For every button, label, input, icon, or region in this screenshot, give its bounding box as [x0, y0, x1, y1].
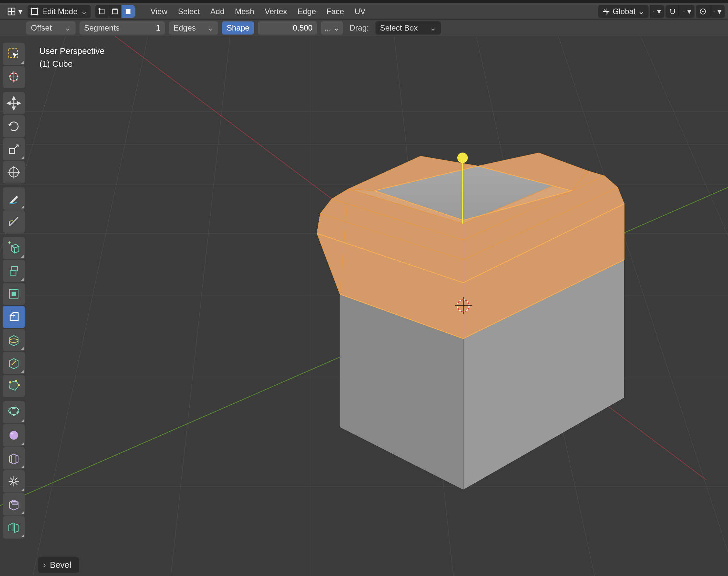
svg-line-33	[641, 36, 728, 576]
viewport-perspective-label: User Perspective	[39, 45, 104, 58]
segments-value: 1	[156, 23, 160, 33]
menu-mesh[interactable]: Mesh	[230, 5, 260, 18]
chevron-down-icon: ⌄	[55, 23, 71, 33]
3d-viewport[interactable]: User Perspective (1) Cube	[0, 36, 728, 576]
svg-point-89	[15, 380, 17, 382]
svg-marker-108	[14, 524, 19, 532]
falloff-icon	[714, 7, 715, 16]
tool-measure[interactable]	[3, 210, 25, 233]
tool-edge-slide[interactable]	[3, 447, 25, 469]
proportional-icon	[699, 7, 707, 16]
menu-uv[interactable]: UV	[349, 5, 370, 18]
chevron-down-icon: ⌄	[418, 23, 436, 33]
tool-rip-region[interactable]	[3, 516, 25, 539]
bevel-segments-field[interactable]: Segments 1	[80, 21, 165, 34]
transform-orientation-dropdown[interactable]: Global ⌄	[598, 5, 648, 18]
bevel-width-type-dropdown[interactable]: Offset ⌄	[26, 21, 75, 34]
svg-marker-68	[8, 124, 11, 126]
svg-marker-106	[11, 501, 18, 504]
tool-rotate[interactable]	[3, 115, 25, 138]
menu-view[interactable]: View	[145, 5, 173, 18]
proportional-falloff-dropdown[interactable]: ▾	[710, 5, 725, 18]
menu-face[interactable]: Face	[321, 5, 349, 18]
rotate-icon	[6, 119, 21, 134]
edge-select-mode[interactable]	[109, 5, 122, 18]
tool-poly-build[interactable]	[3, 375, 25, 397]
menu-edge[interactable]: Edge	[293, 5, 321, 18]
select-box-icon	[6, 47, 21, 61]
svg-point-14	[653, 11, 654, 12]
menu-vertex[interactable]: Vertex	[260, 5, 293, 18]
face-select-mode[interactable]	[122, 5, 135, 18]
tool-move[interactable]	[3, 92, 25, 114]
shape-label: Shape	[227, 23, 249, 33]
tool-spin[interactable]	[3, 401, 25, 424]
proportional-edit-toggle[interactable]	[696, 5, 710, 18]
snap-toggle[interactable]	[666, 5, 680, 18]
bevel-icon	[6, 310, 21, 324]
tool-cursor[interactable]	[3, 66, 25, 88]
svg-marker-74	[11, 246, 14, 253]
tool-select-box[interactable]	[3, 43, 25, 65]
tool-bevel[interactable]	[3, 306, 25, 328]
face-icon	[124, 7, 132, 16]
add-cube-icon	[6, 241, 21, 255]
tool-smooth[interactable]	[3, 424, 25, 447]
svg-rect-12	[126, 9, 130, 13]
mode-dropdown[interactable]: Edit Mode ⌄	[28, 5, 91, 18]
chevron-down-icon: ⌄	[197, 23, 214, 33]
tool-shear[interactable]	[3, 493, 25, 516]
edit-mode-icon	[30, 7, 39, 16]
smooth-icon	[6, 428, 21, 442]
chevron-down-icon: ▾	[657, 7, 661, 16]
svg-rect-3	[32, 8, 37, 14]
svg-marker-75	[14, 247, 19, 253]
cursor-icon	[6, 70, 21, 84]
svg-point-94	[13, 414, 15, 416]
tool-add-primitive[interactable]	[3, 237, 25, 259]
drag-label: Drag:	[347, 23, 371, 33]
chevron-down-icon: ⌄	[331, 23, 340, 33]
bevel-shape-field[interactable]: 0.500	[258, 21, 317, 34]
knife-icon	[6, 356, 21, 370]
menu-add[interactable]: Add	[205, 5, 230, 18]
annotate-icon	[6, 191, 21, 206]
operator-redo-panel[interactable]: › Bevel	[38, 557, 79, 573]
menu-select[interactable]: Select	[173, 5, 205, 18]
pivot-dropdown[interactable]: ▾	[650, 5, 664, 18]
bevel-affect-dropdown[interactable]: Edges ⌄	[169, 21, 218, 34]
tool-inset-faces[interactable]	[3, 283, 25, 305]
workspace-tabs[interactable]	[0, 0, 728, 3]
svg-point-13	[654, 11, 654, 11]
svg-marker-65	[12, 107, 16, 110]
snap-dropdown[interactable]: ▾	[680, 5, 695, 18]
bevel-more-dropdown[interactable]: ... ⌄	[321, 21, 343, 34]
tool-knife[interactable]	[3, 352, 25, 374]
svg-point-56	[457, 152, 468, 163]
tool-transform[interactable]	[3, 161, 25, 183]
drag-action-dropdown[interactable]: Select Box ⌄	[375, 21, 441, 34]
svg-line-28	[171, 36, 230, 576]
editor-type-dropdown[interactable]: ▾	[3, 5, 26, 18]
transform-icon	[6, 165, 21, 179]
pivot-icon	[653, 7, 655, 16]
move-icon	[6, 96, 21, 111]
tool-scale[interactable]	[3, 138, 25, 161]
svg-marker-107	[9, 523, 13, 531]
svg-marker-86	[9, 359, 18, 369]
rip-icon	[6, 520, 21, 535]
bevel-shape-label-button[interactable]: Shape	[222, 21, 254, 34]
vertex-select-mode[interactable]	[95, 5, 109, 18]
orientation-label: Global	[613, 7, 635, 16]
svg-point-95	[9, 431, 18, 439]
svg-point-9	[98, 8, 100, 10]
svg-line-27	[33, 36, 148, 576]
tool-shelf	[3, 43, 26, 539]
tool-annotate[interactable]	[3, 188, 25, 210]
svg-marker-97	[9, 454, 18, 464]
tool-extrude-region[interactable]	[3, 260, 25, 282]
editor-header: ▾ Edit Mode ⌄ View Select Add Mesh Verte…	[0, 3, 728, 20]
shrink-fatten-icon	[6, 474, 21, 489]
tool-shrink-fatten[interactable]	[3, 470, 25, 492]
tool-loop-cut[interactable]	[3, 329, 25, 351]
